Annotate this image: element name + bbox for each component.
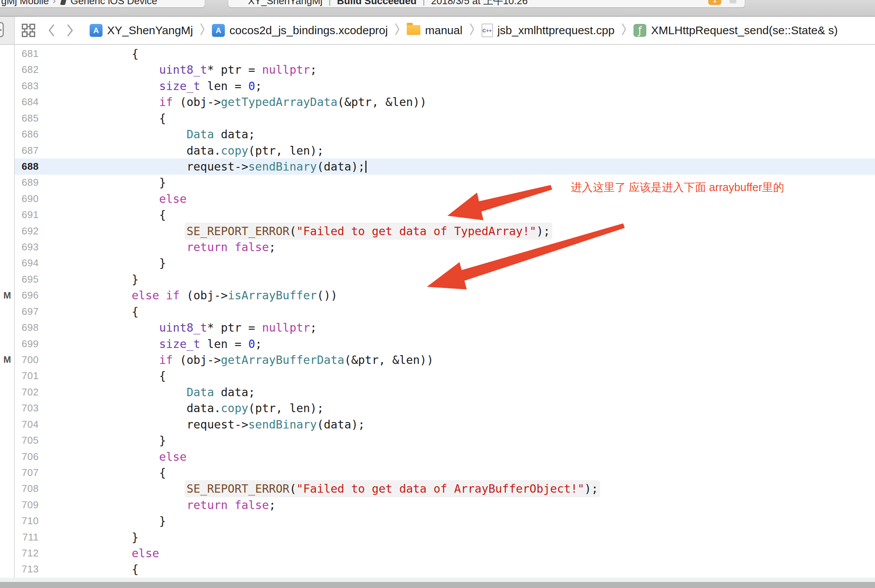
line-number[interactable]: 705	[14, 435, 39, 446]
code-line[interactable]: 705 }	[0, 432, 875, 449]
code-line[interactable]: 690 else	[0, 191, 875, 207]
code-line[interactable]: 687 data.copy(ptr, len);	[0, 142, 875, 159]
line-number[interactable]: 685	[14, 112, 39, 124]
code-line[interactable]: 691 {	[0, 207, 875, 223]
code-line[interactable]: 702 Data data;	[0, 384, 875, 400]
back-chevron-icon[interactable]	[47, 24, 55, 37]
jump-bar: AXY_ShenYangMjAcocos2d_js_bindings.xcode…	[0, 17, 875, 45]
line-number[interactable]: 698	[14, 322, 39, 334]
project-icon: A	[90, 24, 103, 37]
code-line[interactable]: 686 Data data;	[0, 126, 875, 142]
line-number[interactable]: 713	[14, 563, 39, 575]
code-line[interactable]: 713 {	[0, 561, 875, 577]
code-line[interactable]: 692 SE_REPORT_ERROR("Failed to get data …	[0, 223, 875, 239]
breadcrumb-item[interactable]: ƒXMLHttpRequest_send(se::State& s)	[633, 24, 838, 37]
editor-pane-icon[interactable]	[0, 22, 4, 37]
line-number[interactable]: 699	[14, 338, 39, 350]
code-line[interactable]: 695 }	[0, 271, 875, 288]
line-number[interactable]: 694	[14, 257, 39, 269]
activity-viewer[interactable]: XY_ShenYangMj | Build Succeeded | 2018/3…	[228, 0, 745, 8]
forward-chevron-icon[interactable]	[66, 24, 74, 37]
code-line[interactable]: 710 }	[0, 513, 875, 529]
line-number[interactable]: 684	[14, 96, 39, 108]
build-time: 2018/3/5 at 上午10:26	[431, 0, 528, 8]
code-text: else if (obj->isArrayBuffer())	[39, 289, 338, 302]
line-number[interactable]: 708	[14, 483, 39, 495]
line-number[interactable]: 692	[14, 225, 39, 237]
line-number[interactable]: 703	[14, 402, 39, 414]
code-text: }	[39, 434, 166, 447]
line-number[interactable]: 696	[14, 289, 39, 301]
highlight-band: SE_REPORT_ERROR("Failed to get data of T…	[186, 224, 550, 238]
code-line[interactable]: 706 else	[0, 449, 875, 465]
code-line[interactable]: 703 data.copy(ptr, len);	[0, 400, 875, 416]
code-line[interactable]: 689 }	[0, 174, 875, 191]
related-items-icon[interactable]	[21, 23, 36, 38]
code-line[interactable]: 697 {	[0, 303, 875, 320]
code-line[interactable]: 681 {	[0, 46, 875, 62]
code-text: }	[39, 256, 166, 270]
status-separator: |	[417, 0, 431, 6]
code-line[interactable]: 685 {	[0, 110, 875, 126]
line-number[interactable]: 712	[14, 547, 39, 559]
vcs-modified-marker: M	[0, 354, 14, 365]
breadcrumb-item[interactable]: C++jsb_xmlhttprequest.cpp	[482, 24, 615, 37]
warning-count-badge[interactable]: 1	[708, 0, 721, 5]
code-line[interactable]: 709 return false;	[0, 497, 875, 513]
breadcrumb-item[interactable]: AXY_ShenYangMj	[90, 24, 193, 37]
code-line[interactable]: 683 size_t len = 0;	[0, 78, 875, 94]
line-number[interactable]: 700	[14, 354, 39, 366]
line-number[interactable]: 689	[14, 177, 39, 188]
code-line[interactable]: 712 else	[0, 545, 875, 561]
code-line[interactable]: 694 }	[0, 255, 875, 271]
code-text: SE_REPORT_ERROR("Failed to get data of A…	[39, 482, 598, 495]
breadcrumb-item[interactable]: manual	[407, 24, 462, 37]
code-text: }	[39, 514, 166, 528]
code-line[interactable]: 682 uint8_t* ptr = nullptr;	[0, 62, 875, 78]
line-number[interactable]: 709	[14, 499, 39, 511]
line-number[interactable]: 711	[14, 531, 39, 543]
code-text: if (obj->getTypedArrayData(&ptr, &len))	[39, 95, 426, 109]
code-line[interactable]: 688 request->sendBinary(data);	[0, 158, 875, 175]
code-line[interactable]: 699 size_t len = 0;	[0, 336, 875, 352]
code-line[interactable]: 704 request->sendBinary(data);	[0, 416, 875, 433]
code-line[interactable]: M696 else if (obj->isArrayBuffer())	[0, 287, 875, 303]
line-number[interactable]: 695	[14, 273, 39, 285]
line-number[interactable]: 710	[14, 515, 39, 527]
code-line[interactable]: 698 uint8_t* ptr = nullptr;	[0, 319, 875, 336]
line-number[interactable]: 704	[14, 419, 39, 430]
code-line[interactable]: 693 return false;	[0, 239, 875, 255]
code-line[interactable]: 711 }	[0, 529, 875, 545]
code-line[interactable]: 707 {	[0, 465, 875, 481]
breadcrumb-item[interactable]: Acocos2d_js_bindings.xcodeproj	[212, 24, 388, 37]
line-number[interactable]: 707	[14, 467, 39, 479]
code-line[interactable]: M700 if (obj->getArrayBufferData(&ptr, &…	[0, 352, 875, 368]
code-line[interactable]: 684 if (obj->getTypedArrayData(&ptr, &le…	[0, 94, 875, 110]
line-number[interactable]: 686	[14, 128, 39, 140]
line-number[interactable]: 701	[14, 370, 39, 382]
source-editor[interactable]: 681 {682 uint8_t* ptr = nullptr;683 size…	[0, 45, 875, 578]
line-number[interactable]: 690	[14, 193, 39, 205]
line-number[interactable]: 702	[14, 386, 39, 398]
line-number[interactable]: 706	[14, 451, 39, 463]
status-separator: |	[322, 0, 337, 6]
line-number[interactable]: 688	[14, 161, 39, 172]
line-number[interactable]: 691	[14, 209, 39, 221]
code-line[interactable]: 701 {	[0, 368, 875, 384]
code-text: }	[39, 176, 166, 189]
code-line[interactable]: 708 SE_REPORT_ERROR("Failed to get data …	[0, 481, 875, 497]
line-number[interactable]: 693	[14, 241, 39, 253]
folder-icon	[407, 25, 420, 36]
line-number[interactable]: 683	[14, 80, 39, 92]
line-number[interactable]: 697	[14, 306, 39, 318]
line-number[interactable]: 681	[14, 48, 39, 60]
code-text: SE_REPORT_ERROR("Failed to get data of T…	[39, 224, 550, 238]
code-text: {	[39, 208, 166, 221]
line-number[interactable]: 682	[14, 64, 39, 76]
line-number[interactable]: 687	[14, 145, 39, 156]
generic-ios-device-icon	[60, 0, 67, 5]
scheme-selector[interactable]: gMj Mobile › Generic iOS Device	[0, 0, 205, 8]
code-text: {	[39, 369, 166, 383]
xcode-window: gMj Mobile › Generic iOS Device XY_ShenY…	[0, 0, 875, 588]
breadcrumb-label: cocos2d_js_bindings.xcodeproj	[229, 24, 388, 37]
